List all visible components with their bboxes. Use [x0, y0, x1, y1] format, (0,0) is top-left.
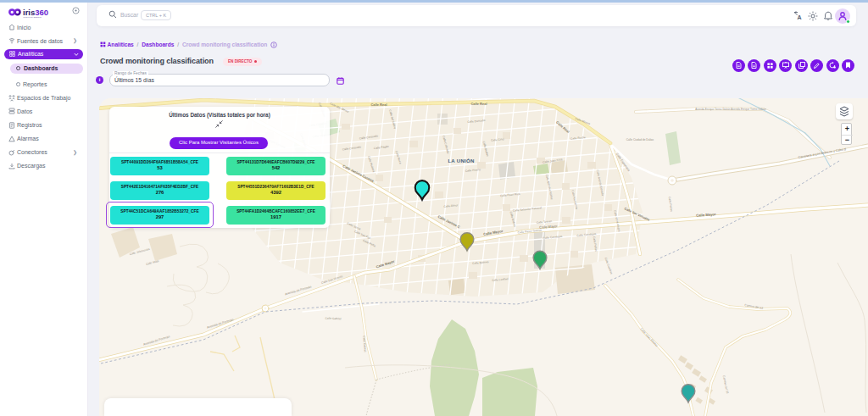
svg-text:Powered by DataCom: Powered by DataCom — [24, 16, 42, 18]
svg-text:Calle Real: Calle Real — [470, 102, 487, 106]
svg-text:Calle Real: Calle Real — [370, 103, 387, 107]
svg-text:Avenida Enrique Tierno Galván: Avenida Enrique Tierno Galván Avenida En… — [695, 108, 766, 111]
svg-text:Calle Ciudad de Dalias: Calle Ciudad de Dalias — [626, 138, 654, 141]
svg-text:Calle Gabriel: Calle Gabriel — [325, 317, 341, 321]
svg-text:LA UNIÓN: LA UNIÓN — [448, 158, 474, 164]
svg-text:A: A — [798, 14, 802, 20]
